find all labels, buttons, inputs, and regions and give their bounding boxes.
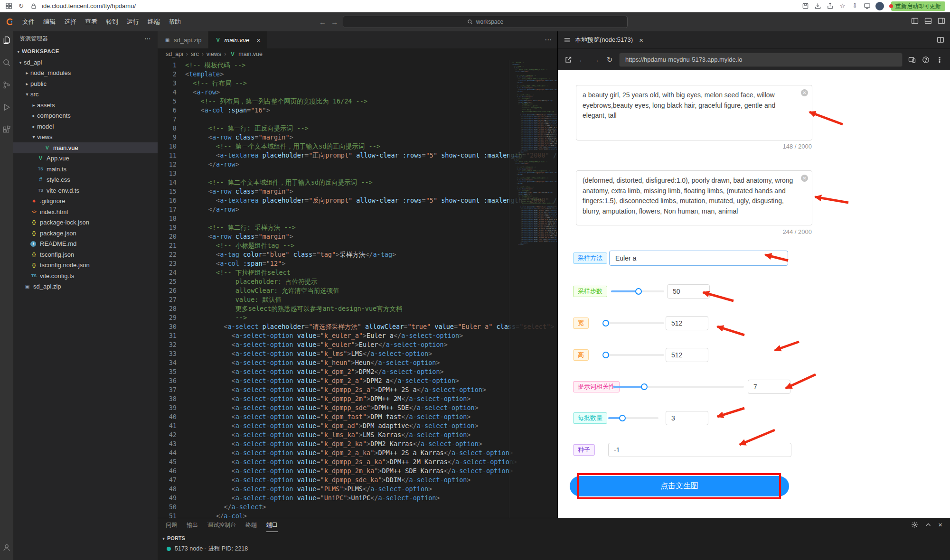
split-editor-icon[interactable] bbox=[937, 36, 944, 44]
tree-file-.gitignore[interactable]: ◆.gitignore bbox=[13, 196, 158, 207]
cfg-input[interactable] bbox=[748, 380, 790, 394]
tree-folder-views[interactable]: ▾views bbox=[13, 132, 158, 143]
tree-file-package.json[interactable]: {}package.json bbox=[13, 228, 158, 239]
toggle-sidebar-icon[interactable] bbox=[911, 17, 919, 25]
share-icon[interactable] bbox=[826, 2, 834, 10]
slider-handle[interactable] bbox=[635, 288, 642, 295]
code-editor[interactable]: 1234567891011121314151617181920212223242… bbox=[158, 60, 557, 518]
tree-folder-assets[interactable]: ▸assets bbox=[13, 100, 158, 111]
settings-icon[interactable] bbox=[935, 56, 944, 64]
menu-文件[interactable]: 文件 bbox=[18, 16, 39, 28]
slider-handle[interactable] bbox=[619, 415, 626, 421]
back-icon[interactable]: ← bbox=[578, 56, 586, 64]
chevron-up-icon[interactable] bbox=[925, 522, 931, 528]
close-icon[interactable]: × bbox=[256, 37, 261, 44]
tree-folder-model[interactable]: ▸model bbox=[13, 121, 158, 132]
address-url[interactable]: ide.cloud.tencent.com/tty/hpdamu/ bbox=[42, 2, 136, 9]
menu-转到[interactable]: 转到 bbox=[102, 16, 122, 28]
cfg-slider[interactable] bbox=[613, 386, 744, 388]
account-icon[interactable] bbox=[2, 542, 12, 552]
panel-tab-端口[interactable]: 端口 bbox=[266, 518, 278, 532]
ports-section-header[interactable]: ▾ PORTS bbox=[158, 532, 950, 541]
tree-folder-components[interactable]: ▸components bbox=[13, 111, 158, 121]
device-icon[interactable] bbox=[863, 2, 871, 10]
tree-file-main.ts[interactable]: TSmain.ts bbox=[13, 164, 158, 175]
tree-file-App.vue[interactable]: VApp.vue bbox=[13, 153, 158, 164]
history-back-icon[interactable]: ← bbox=[319, 18, 326, 26]
breadcrumb-item-main.vue[interactable]: main.vue bbox=[238, 51, 263, 57]
tree-folder-sd_api[interactable]: ▾sd_api bbox=[13, 57, 158, 68]
menu-选择[interactable]: 选择 bbox=[60, 16, 81, 28]
clear-icon[interactable]: ✕ bbox=[801, 175, 808, 182]
tree-file-index.html[interactable]: <>index.html bbox=[13, 206, 158, 217]
width-slider[interactable] bbox=[603, 322, 664, 324]
tree-file-vite.config.ts[interactable]: TSvite.config.ts bbox=[13, 271, 158, 281]
editor-tab-main.vue[interactable]: Vmain.vue× bbox=[208, 31, 268, 48]
tree-file-README.md[interactable]: iREADME.md bbox=[13, 239, 158, 250]
more-actions-icon[interactable]: ⋯ bbox=[144, 35, 151, 42]
tree-file-tsconfig.json[interactable]: {}tsconfig.json bbox=[13, 249, 158, 260]
tree-file-sd_api.zip[interactable]: ▣sd_api.zip bbox=[13, 281, 158, 292]
batch-slider[interactable] bbox=[608, 417, 658, 419]
slider-handle[interactable] bbox=[602, 352, 609, 358]
height-slider[interactable] bbox=[603, 354, 664, 356]
menu-查看[interactable]: 查看 bbox=[81, 16, 102, 28]
close-panel-icon[interactable]: × bbox=[938, 521, 942, 529]
batch-input[interactable] bbox=[666, 411, 708, 425]
forward-icon[interactable]: → bbox=[592, 56, 600, 64]
reload-icon[interactable]: ↻ bbox=[17, 2, 25, 10]
negative-prompt-textarea[interactable]: (deformed, distorted, disfigured:1.0), p… bbox=[576, 171, 812, 225]
slider-handle[interactable] bbox=[641, 383, 648, 390]
tree-folder-src[interactable]: ▾src bbox=[13, 89, 158, 100]
breadcrumb-item-sd_api[interactable]: sd_api bbox=[166, 51, 183, 57]
close-icon[interactable]: × bbox=[639, 36, 643, 44]
minimap[interactable]: <!-- 模板代码 --><template> <!-- 行布局 --> <a-… bbox=[509, 60, 557, 518]
panel-tab-输出[interactable]: 输出 bbox=[187, 518, 198, 532]
tree-folder-node_modules[interactable]: ▸node_modules bbox=[13, 68, 158, 79]
panel-tab-调试控制台[interactable]: 调试控制台 bbox=[207, 518, 236, 532]
help-icon[interactable] bbox=[922, 56, 930, 64]
apps-icon[interactable] bbox=[5, 2, 13, 10]
restart-update-button[interactable]: 重新启动即可更新 bbox=[891, 1, 945, 11]
panel-tab-问题[interactable]: 问题 bbox=[166, 518, 177, 532]
sampler-select[interactable]: Euler a bbox=[609, 251, 788, 266]
workspace-section-header[interactable]: ▾ WORKSPACE bbox=[13, 46, 158, 57]
history-forward-icon[interactable]: → bbox=[331, 18, 338, 26]
menu-运行[interactable]: 运行 bbox=[122, 16, 143, 28]
toggle-secondary-sidebar-icon[interactable] bbox=[938, 17, 945, 25]
tree-file-main.vue[interactable]: Vmain.vue bbox=[13, 142, 158, 153]
port-entry[interactable]: 5173 node - 进程 PID: 2218 bbox=[158, 541, 950, 553]
gear-icon[interactable] bbox=[911, 521, 918, 528]
tree-file-vite-env.d.ts[interactable]: TSvite-env.d.ts bbox=[13, 185, 158, 196]
download-icon[interactable]: ⇩ bbox=[851, 2, 859, 10]
menu-帮助[interactable]: 帮助 bbox=[164, 16, 185, 28]
refresh-icon[interactable]: ↻ bbox=[605, 56, 614, 64]
profile-avatar[interactable] bbox=[875, 2, 884, 10]
source-control-icon[interactable] bbox=[2, 80, 12, 90]
breadcrumb-item-views[interactable]: views bbox=[207, 51, 221, 57]
seed-input[interactable] bbox=[608, 443, 791, 457]
height-input[interactable] bbox=[666, 348, 708, 362]
search-icon[interactable] bbox=[2, 57, 12, 67]
bookmark-star-icon[interactable]: ☆ bbox=[838, 2, 847, 10]
tree-file-package-lock.json[interactable]: {}package-lock.json bbox=[13, 217, 158, 228]
menu-终端[interactable]: 终端 bbox=[143, 16, 164, 28]
steps-slider[interactable] bbox=[611, 290, 664, 292]
slider-handle[interactable] bbox=[602, 320, 609, 327]
tree-file-style.css[interactable]: #style.css bbox=[13, 175, 158, 186]
preview-url-bar[interactable]: https://hpdamu-mcydnu-5173.app.myide.io bbox=[619, 53, 903, 67]
open-external-icon[interactable] bbox=[564, 56, 573, 64]
positive-prompt-textarea[interactable]: a beauty girl, 25 years old, with big ey… bbox=[576, 85, 812, 140]
download-tray-icon[interactable] bbox=[814, 2, 822, 10]
editor-tab-sd_api.zip[interactable]: ▣sd_api.zip bbox=[158, 31, 208, 48]
tree-folder-public[interactable]: ▸public bbox=[13, 78, 158, 89]
command-search-box[interactable]: workspace bbox=[343, 16, 628, 28]
toggle-panel-icon[interactable] bbox=[924, 17, 932, 25]
menu-编辑[interactable]: 编辑 bbox=[39, 16, 60, 28]
clear-icon[interactable]: ✕ bbox=[801, 89, 808, 96]
tree-file-tsconfig.node.json[interactable]: {}tsconfig.node.json bbox=[13, 260, 158, 271]
run-debug-icon[interactable] bbox=[2, 102, 12, 112]
device-toolbar-icon[interactable] bbox=[908, 56, 916, 64]
breadcrumb-item-src[interactable]: src bbox=[191, 51, 199, 57]
width-input[interactable] bbox=[666, 316, 708, 330]
